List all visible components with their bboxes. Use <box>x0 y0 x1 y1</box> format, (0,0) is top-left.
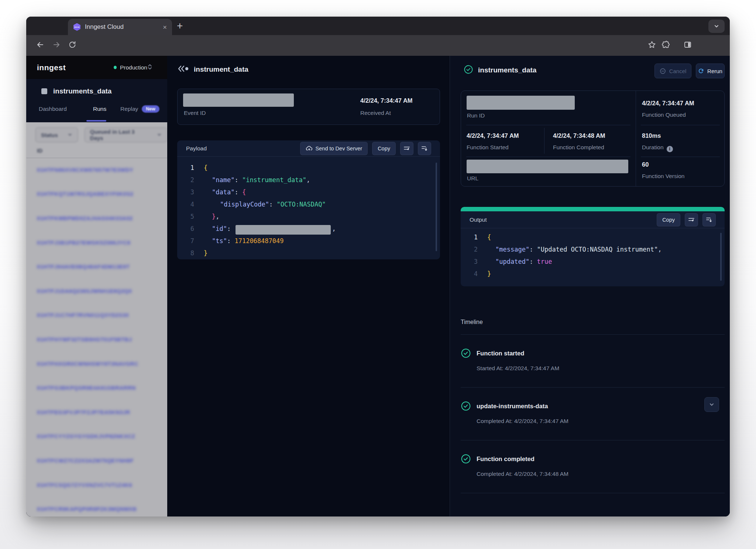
wrap-text-icon <box>688 217 695 223</box>
page-content: inngest Production instruments_data Dash… <box>26 56 730 516</box>
cancel-button[interactable]: Cancel <box>654 64 691 78</box>
extensions-icon[interactable] <box>662 40 670 51</box>
timeline-item-title: update-instruments-data <box>477 403 548 410</box>
line-number: 6 <box>177 223 194 235</box>
line-number: 3 <box>461 256 478 268</box>
run-id-link[interactable]: 01HTFJ1C7HF7RVN011Q3YD2S30 <box>37 303 159 328</box>
event-id-label: Event ID <box>184 110 206 116</box>
tab-dashboard[interactable]: Dashboard <box>39 106 93 112</box>
bookmark-star-icon[interactable] <box>647 40 656 51</box>
run-id-link[interactable]: 01HTFHYWF32TSB9HGT01F5BTBJ <box>37 327 159 352</box>
tab-runs[interactable]: Runs <box>93 106 120 112</box>
time-range-filter-dropdown[interactable]: Queued in Last 3 Days <box>85 127 167 142</box>
back-button[interactable] <box>36 40 45 51</box>
code-line: 6"id": , <box>177 223 440 235</box>
function-completed-value: 4/2/24, 7:34:48 AM <box>553 132 605 139</box>
browser-tab[interactable]: Inngest Cloud × <box>68 19 172 35</box>
run-id-link[interactable]: 01HTFJ1DA6Q238SJWNH1E8Q2Q0 <box>37 279 159 303</box>
run-id-list: 01HTFN86XV8CXW87657W7E3WDY01HTFKQT1M7RSJ… <box>37 158 159 516</box>
output-title: Output <box>470 216 652 223</box>
code-line: 1{ <box>177 162 440 174</box>
scrollbar[interactable] <box>436 163 437 251</box>
function-name: instruments_data <box>53 87 111 95</box>
environment-selector[interactable]: Production <box>120 64 147 71</box>
output-card: Output Copy 1{2"message": "Updated OCTO:… <box>461 207 725 286</box>
function-version-value: 60 <box>642 161 649 168</box>
run-id-link[interactable]: 01HTFCYYZGYGYGDKJVP82NKXCZ <box>37 424 159 449</box>
code-line: 7"ts": 1712068487049 <box>177 235 440 247</box>
chevron-down-icon <box>68 132 72 138</box>
environment-status-dot-icon <box>114 66 117 69</box>
wrap-text-icon <box>403 146 410 151</box>
tab-close-icon[interactable]: × <box>163 24 167 31</box>
side-panel-icon[interactable] <box>683 40 692 51</box>
reload-button[interactable] <box>68 41 76 50</box>
run-id-link[interactable]: 01HTFN86XV8CXW87657W7E3WDY <box>37 158 159 182</box>
run-id-link[interactable]: 01HTFCWZ7CZ2X3AZM75QEYNH8F <box>37 449 159 473</box>
send-to-dev-server-button[interactable]: Send to Dev Server <box>300 142 368 155</box>
tab-replay[interactable]: Replay <box>120 106 138 112</box>
timeline-item-subtitle: Started At: 4/2/2024, 7:34:47 AM <box>477 365 725 372</box>
code-line: 4} <box>461 268 725 280</box>
code-line: 4"displayCode": "OCTO:NASDAQ" <box>177 198 440 211</box>
info-icon[interactable]: i <box>667 146 673 152</box>
timeline-item: Function completedCompleted At: 4/2/2024… <box>461 440 725 493</box>
scrollbar[interactable] <box>720 233 722 281</box>
wrap-text-icon-button[interactable] <box>685 213 698 226</box>
rerun-button[interactable]: Rerun <box>696 64 725 78</box>
code-line: 1{ <box>461 231 725 243</box>
run-status-check-icon <box>464 65 473 76</box>
time-range-filter-label: Queued in Last 3 Days <box>90 129 147 141</box>
divider <box>641 157 720 157</box>
timeline-item-title: Function started <box>477 350 524 357</box>
copy-label: Copy <box>662 217 675 223</box>
timeline-item-title: Function completed <box>477 456 535 463</box>
active-tab-underline <box>86 120 106 122</box>
run-id-link[interactable]: 01HTFG3BKPQSR9E4A91GBRARRN <box>37 376 159 400</box>
event-id-card: Event ID 4/2/24, 7:34:47 AM Received At <box>177 89 440 125</box>
run-id-link[interactable]: 01HTFJ3B1PB27EWGK5Z086JYC8 <box>37 231 159 255</box>
event-icon <box>177 65 189 74</box>
line-number: 3 <box>177 186 194 198</box>
run-id-link[interactable]: 01HTFJ94AVE0BQ48AF4DM13E9T <box>37 255 159 279</box>
cloud-download-icon <box>306 146 313 151</box>
check-circle-icon <box>461 454 471 464</box>
circle-minus-icon <box>660 68 666 74</box>
run-id-link[interactable]: 01HTFEG3FVJP7FZJP7EA5KN3JR <box>37 400 159 424</box>
status-filter-dropdown[interactable]: Status <box>35 127 78 142</box>
function-icon <box>41 88 47 94</box>
chevron-down-icon <box>714 23 719 29</box>
run-id-link[interactable]: 01HTFCR9KAPQP0R8PZK3MQNMXB <box>37 497 159 516</box>
run-id-link[interactable]: 01HTFHXGR0CWNHSWY8T3NAVGRC <box>37 352 159 376</box>
timeline-expand-button[interactable] <box>704 397 719 412</box>
environment-chevrons-icon[interactable] <box>147 64 152 72</box>
output-copy-button[interactable]: Copy <box>657 213 680 226</box>
line-number: 2 <box>461 243 478 256</box>
payload-card: Payload Send to Dev Server Copy <box>177 140 440 259</box>
run-id-link[interactable]: 01HTFCSQG7ZYVXNZVC7VT1Z4K6 <box>37 473 159 497</box>
tab-search-button[interactable] <box>708 20 725 33</box>
wrap-text-icon-button[interactable] <box>400 142 413 155</box>
new-tab-button[interactable]: + <box>177 21 183 31</box>
redacted-value <box>236 225 331 235</box>
line-number: 5 <box>177 211 194 223</box>
cancel-label: Cancel <box>669 68 687 74</box>
divider <box>641 125 720 125</box>
function-queued-value: 4/2/24, 7:34:47 AM <box>642 100 694 107</box>
payload-copy-button[interactable]: Copy <box>372 142 396 155</box>
redacted-url <box>467 160 628 173</box>
forward-button[interactable] <box>52 40 61 51</box>
timeline-item: update-instruments-dataCompleted At: 4/2… <box>461 388 725 440</box>
function-started-label: Function Started <box>467 144 509 151</box>
timeline-item: Function startedStarted At: 4/2/2024, 7:… <box>461 335 725 388</box>
expand-lines-icon-button[interactable] <box>702 213 716 226</box>
redacted-event-id <box>183 93 294 107</box>
run-id-link[interactable]: 01HTFKMBPMD0ZAJ4AG04K03A02 <box>37 206 159 231</box>
timeline-title: Timeline <box>461 319 725 325</box>
run-id-link[interactable]: 01HTFKQT1M7RSJQABEXYF0K0S2 <box>37 182 159 207</box>
expand-lines-icon-button[interactable] <box>418 142 431 155</box>
copy-label: Copy <box>378 146 390 151</box>
code-line: 5}, <box>177 211 440 223</box>
timeline-items: Function startedStarted At: 4/2/2024, 7:… <box>461 335 725 493</box>
divider <box>544 128 544 154</box>
